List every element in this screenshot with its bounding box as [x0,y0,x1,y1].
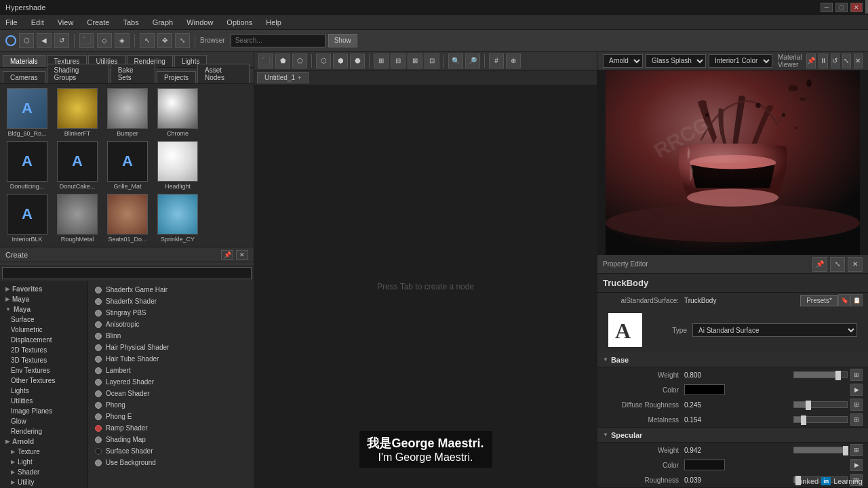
tree-other-textures[interactable]: Other Textures [0,375,87,386]
prop-section-specular-header[interactable]: ▼ Specular [597,428,868,443]
graph-btn-4[interactable]: ⬡ [316,54,331,68]
prop-diffuse-roughness-slider-handle[interactable] [806,401,811,410]
menu-window[interactable]: Window [184,17,216,28]
prop-bookmark-btn[interactable]: 🔖 [838,294,850,306]
menu-create[interactable]: Create [84,17,112,28]
shader-phong-e[interactable]: Phong E [91,411,251,422]
tab-bake-sets[interactable]: Bake Sets [111,64,155,83]
material-item-chrome[interactable]: Chrome [153,87,202,138]
prop-section-base-header[interactable]: ▼ Base [597,352,868,367]
tree-volumetric[interactable]: Volumetric [0,325,87,335]
create-panel-close[interactable]: ✕ [236,250,248,260]
shader-use-background[interactable]: Use Background [91,457,251,468]
tree-image-planes[interactable]: Image Planes [0,406,87,416]
create-panel-pin[interactable]: 📌 [221,250,233,260]
viewer-pin-btn[interactable]: 📌 [806,54,816,68]
graph-btn-5[interactable]: ⬢ [333,54,348,68]
shader-layered-shader[interactable]: Layered Shader [91,376,251,388]
material-item-donuticing[interactable]: A DonutIcing... [3,140,52,191]
tree-displacement[interactable]: Displacement [0,335,87,345]
viewer-close-btn[interactable]: ✕ [854,54,863,68]
prop-specular-weight-slider-handle[interactable] [843,446,848,455]
prop-base-weight-btn[interactable]: ⊞ [850,369,863,381]
material-item-headlight[interactable]: Headlight [153,140,202,191]
toolbar-btn-6[interactable]: ◈ [115,33,130,48]
prop-specular-weight-slider-track[interactable] [793,447,848,453]
menu-options[interactable]: Options [224,17,255,28]
material-item-grille[interactable]: A Grille_Mat [103,140,152,191]
shader-anisotropic[interactable]: Anisotropic [91,319,251,330]
prop-editor-close-btn[interactable]: ✕ [848,257,863,272]
material-item-interiorblk[interactable]: A InteriorBLK [3,192,52,244]
graph-btn-zoom[interactable]: 🔎 [465,54,480,68]
tab-cameras[interactable]: Cameras [3,71,45,83]
close-button[interactable]: ✕ [850,3,863,12]
graph-tab-add-icon[interactable]: + [298,75,301,81]
tree-favorites[interactable]: ▶ Favorites [0,284,87,294]
tree-arnold-shader[interactable]: ▶ Shader [0,467,87,477]
graph-canvas[interactable]: RRCG 人人素材 RRCG Press Tab to create a nod… [254,85,597,488]
material-item-bldg[interactable]: A Bldg_60_Ro... [3,87,52,138]
toolbar-btn-2[interactable]: ◀ [37,33,52,48]
shader-lambert[interactable]: Lambert [91,365,251,376]
renderer-dropdown[interactable]: Arnold [603,54,643,68]
tree-utilities[interactable]: Utilities [0,396,87,406]
shader-ocean-shader[interactable]: Ocean Shader [91,388,251,399]
prop-base-color-btn[interactable]: ▶ [850,384,863,396]
prop-specular-color-btn[interactable]: ▶ [850,459,863,471]
shader-phong[interactable]: Phong [91,399,251,411]
graph-btn-distribute[interactable]: ⊡ [425,54,439,68]
menu-help[interactable]: Help [263,17,284,28]
shader-hair-physical-shader[interactable]: Hair Physical Shader [91,342,251,353]
tree-2d-textures[interactable]: 2D Textures [0,345,87,355]
menu-graph[interactable]: Graph [150,17,176,28]
prop-specular-color-swatch[interactable] [684,460,725,470]
tab-asset-nodes[interactable]: Asset Nodes [197,64,250,83]
tree-rendering[interactable]: Rendering [0,426,87,436]
graph-btn-search[interactable]: 🔍 [448,54,463,68]
menu-edit[interactable]: Edit [28,17,47,28]
prop-copy-btn[interactable]: 📋 [850,294,863,306]
toolbar-btn-scale[interactable]: ⤡ [175,33,190,48]
toolbar-btn-1[interactable]: ⬡ [19,33,34,48]
menu-tabs[interactable]: Tabs [120,17,141,28]
tree-maya-group-2[interactable]: ▼ Maya [0,304,87,314]
tree-lights[interactable]: Lights [0,386,87,396]
tree-arnold-group[interactable]: ▶ Arnold [0,436,87,447]
graph-btn-align-left[interactable]: ⊞ [374,54,389,68]
shader-hair-tube-shader[interactable]: Hair Tube Shader [91,353,251,365]
search-input[interactable] [231,34,326,47]
graph-btn-3[interactable]: ⬠ [292,54,307,68]
tab-materials[interactable]: Materials [3,55,45,67]
material-dropdown[interactable]: Glass Splash [646,54,706,68]
tree-arnold-light[interactable]: ▶ Light [0,457,87,467]
tree-3d-textures[interactable]: 3D Textures [0,355,87,365]
prop-metalness-slider-track[interactable] [793,416,848,423]
tree-maya-group-1[interactable]: ▶ Maya [0,294,87,304]
menu-view[interactable]: View [55,17,77,28]
material-item-donutcake[interactable]: A DonutCake... [53,140,102,191]
material-item-sprinkleCY[interactable]: Sprinkle_CY [153,192,202,244]
shader-ramp-shader[interactable]: Ramp Shader [91,422,251,434]
create-search-input[interactable] [2,267,252,279]
material-item-roughmetal[interactable]: RoughMetal [53,192,102,244]
graph-tab-untitled1[interactable]: Untitled_1 + [257,72,309,83]
minimize-button[interactable]: ─ [821,3,833,12]
tab-projects[interactable]: Projects [157,71,196,83]
graph-btn-snap[interactable]: ⊕ [506,54,521,68]
tree-arnold-utility[interactable]: ▶ Utility [0,477,87,487]
toolbar-btn-select[interactable]: ↖ [140,33,155,48]
prop-base-weight-slider-track[interactable] [793,371,848,378]
material-item-blinkerft[interactable]: BlinkerFT [53,87,102,138]
toolbar-btn-4[interactable]: ⬛ [79,33,94,48]
shader-shading-map[interactable]: Shading Map [91,434,251,445]
presets-button[interactable]: Presets* [800,295,838,306]
material-item-bumper[interactable]: Bumper [103,87,152,138]
material-item-seats01[interactable]: Seats01_Do... [103,192,152,244]
viewer-refresh-btn[interactable]: ↺ [831,54,840,68]
graph-btn-6[interactable]: ⬣ [350,54,365,68]
tree-glow[interactable]: Glow [0,416,87,426]
tree-arnold-texture[interactable]: ▶ Texture [0,447,87,457]
prop-editor-expand-btn[interactable]: ⤡ [830,257,845,272]
on-icon[interactable] [5,35,16,46]
